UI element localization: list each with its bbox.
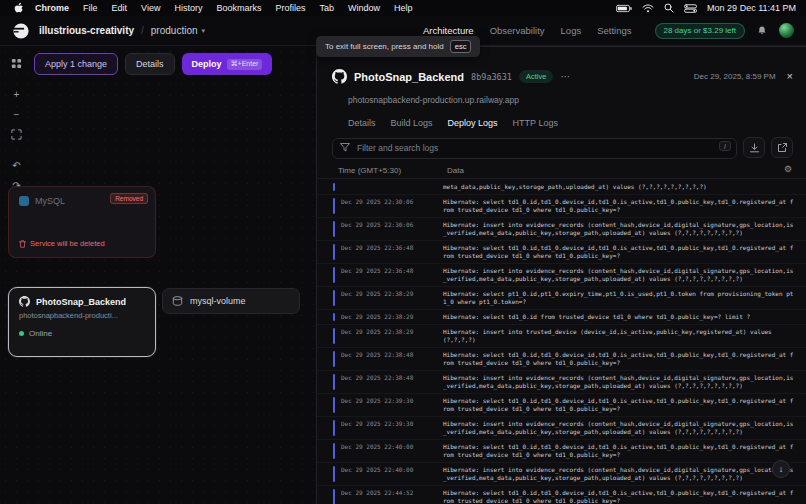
zoom-in-button[interactable]: + xyxy=(8,86,25,103)
menubar-item-help[interactable]: Help xyxy=(387,3,420,13)
log-row[interactable]: Dec 29 2025 22:40:00Hibernate: select td… xyxy=(317,440,806,463)
menubar-item-window[interactable]: Window xyxy=(341,3,387,13)
tab-build-logs[interactable]: Build Logs xyxy=(391,118,433,128)
log-row[interactable]: Dec 29 2025 22:39:30Hibernate: select td… xyxy=(317,394,806,417)
bell-icon[interactable] xyxy=(756,24,768,37)
breadcrumb-project[interactable]: illustrious-creativity xyxy=(39,25,134,36)
log-row[interactable]: Dec 29 2025 22:44:52Hibernate: select td… xyxy=(317,486,806,504)
deploy-button[interactable]: Deploy ⌘+Enter xyxy=(182,53,273,75)
apps-grid-icon[interactable] xyxy=(8,55,25,72)
tab-details[interactable]: Details xyxy=(348,118,376,128)
deployment-header: PhotoSnap_Backend 8b9a3631 Active ⋯ Dec … xyxy=(332,69,793,84)
fit-view-button[interactable] xyxy=(8,126,25,143)
log-message: Hibernate: select td1_0.id,td1_0.device_… xyxy=(443,489,794,504)
download-logs-button[interactable] xyxy=(743,137,765,158)
log-row[interactable]: Dec 29 2025 22:39:30Hibernate: insert in… xyxy=(317,417,806,440)
time-column-header: Time (GMT+5:30) xyxy=(338,166,401,175)
spotlight-search-icon[interactable] xyxy=(664,3,674,13)
log-severity-bar xyxy=(333,244,335,260)
backend-status-label: Online xyxy=(29,329,52,338)
log-severity-bar xyxy=(333,267,335,283)
log-row[interactable]: Dec 29 2025 22:38:48Hibernate: select td… xyxy=(317,348,806,371)
menubar-clock[interactable]: Mon 29 Dec 11:41 PM xyxy=(707,3,796,13)
log-row[interactable]: Dec 29 2025 22:36:48Hibernate: select td… xyxy=(317,241,806,264)
menubar-item-chrome[interactable]: Chrome xyxy=(28,3,76,13)
nav-observability[interactable]: Observability xyxy=(490,25,545,36)
log-row[interactable]: Dec 29 2025 22:36:48Hibernate: insert in… xyxy=(317,264,806,287)
log-message: Hibernate: select td1_0.id,td1_0.device_… xyxy=(443,198,794,214)
log-message: Hibernate: insert into trusted_device (d… xyxy=(443,328,794,344)
battery-icon[interactable] xyxy=(616,4,632,13)
open-external-button[interactable] xyxy=(771,137,793,158)
menubar-item-tab[interactable]: Tab xyxy=(312,3,341,13)
nav-settings[interactable]: Settings xyxy=(597,25,631,36)
menubar-item-profiles[interactable]: Profiles xyxy=(268,3,312,13)
details-button[interactable]: Details xyxy=(125,53,175,75)
data-column-header: Data xyxy=(447,166,464,175)
menubar-status-area: Mon 29 Dec 11:41 PM xyxy=(616,3,796,13)
fullscreen-toast: To exit full screen, press and hold esc xyxy=(316,36,480,57)
log-row[interactable]: Dec 29 2025 22:30:06Hibernate: insert in… xyxy=(317,218,806,241)
log-severity-bar xyxy=(333,198,335,214)
log-row[interactable]: Dec 29 2025 22:30:06Hibernate: select td… xyxy=(317,195,806,218)
log-severity-bar xyxy=(333,290,335,306)
undo-button[interactable]: ↶ xyxy=(8,157,25,174)
service-card-mysql[interactable]: MySQL Removed Service will be deleted xyxy=(8,186,156,258)
log-timestamp: Dec 29 2025 22:44:52 xyxy=(341,489,443,504)
deployment-url[interactable]: photosnapbackend-production.up.railway.a… xyxy=(348,95,519,105)
log-timestamp xyxy=(341,183,443,191)
menubar-item-bookmarks[interactable]: Bookmarks xyxy=(209,3,268,13)
nav-logs[interactable]: Logs xyxy=(561,25,582,36)
log-row[interactable]: Dec 29 2025 22:38:29Hibernate: select pt… xyxy=(317,287,806,310)
menubar-item-file[interactable]: File xyxy=(76,3,105,13)
scroll-to-bottom-button[interactable]: ↓ xyxy=(772,460,790,478)
backend-card-title: PhotoSnap_Backend xyxy=(36,297,126,307)
log-message: Hibernate: select td1_0.id,td1_0.device_… xyxy=(443,443,794,459)
more-options-icon[interactable]: ⋯ xyxy=(560,71,571,82)
toast-text: To exit full screen, press and hold xyxy=(325,42,444,51)
menubar-item-edit[interactable]: Edit xyxy=(105,3,135,13)
nav-architecture[interactable]: Architecture xyxy=(423,25,474,36)
log-message: Hibernate: insert into evidence_records … xyxy=(443,420,794,436)
zoom-out-button[interactable]: − xyxy=(8,106,25,123)
tab-http-logs[interactable]: HTTP Logs xyxy=(513,118,558,128)
log-settings-gear-icon[interactable]: ⚙ xyxy=(784,165,792,174)
menubar-item-history[interactable]: History xyxy=(167,3,209,13)
volume-card[interactable]: mysql-volume xyxy=(162,288,300,314)
user-avatar[interactable] xyxy=(779,23,794,38)
commit-hash[interactable]: 8b9a3631 xyxy=(471,72,512,82)
close-icon[interactable]: × xyxy=(787,71,793,82)
control-center-icon[interactable] xyxy=(684,4,697,13)
header-right: 28 days or $3.29 left xyxy=(655,23,795,39)
environment-selector[interactable]: production ▾ xyxy=(151,25,205,36)
log-timestamp: Dec 29 2025 22:39:30 xyxy=(341,397,443,413)
github-icon xyxy=(19,296,30,307)
log-timestamp: Dec 29 2025 22:30:06 xyxy=(341,198,443,214)
tab-deploy-logs[interactable]: Deploy Logs xyxy=(448,118,498,128)
railway-logo-icon[interactable] xyxy=(12,22,30,40)
deployment-timestamp: Dec 29, 2025, 8:59 PM xyxy=(694,72,776,81)
log-row[interactable]: Dec 29 2025 22:38:29Hibernate: insert in… xyxy=(317,325,806,348)
log-row[interactable]: Dec 29 2025 22:38:29Hibernate: select td… xyxy=(317,310,806,325)
log-timestamp: Dec 29 2025 22:40:00 xyxy=(341,466,443,482)
service-card-backend[interactable]: PhotoSnap_Backend photosnapbackend-produ… xyxy=(8,287,156,357)
wifi-icon[interactable] xyxy=(642,4,654,13)
volume-disk-icon xyxy=(172,296,183,306)
log-severity-bar xyxy=(333,374,335,390)
apply-changes-button[interactable]: Apply 1 change xyxy=(34,53,118,75)
log-timestamp: Dec 29 2025 22:38:48 xyxy=(341,374,443,390)
menubar-items: ChromeFileEditViewHistoryBookmarksProfil… xyxy=(28,3,420,13)
log-search-input[interactable] xyxy=(332,138,737,159)
log-timestamp: Dec 29 2025 22:38:48 xyxy=(341,351,443,367)
log-rows: meta_data,public_key,storage_path,upload… xyxy=(317,180,806,504)
log-row[interactable]: Dec 29 2025 22:38:48Hibernate: insert in… xyxy=(317,371,806,394)
log-row[interactable]: meta_data,public_key,storage_path,upload… xyxy=(317,180,806,195)
menubar-item-view[interactable]: View xyxy=(134,3,167,13)
project-canvas[interactable]: + − ↶ ↷ Apply 1 change Details Deploy ⌘+… xyxy=(0,46,316,504)
mysql-card-title: MySQL xyxy=(35,196,65,206)
status-badge: Active xyxy=(519,70,553,83)
log-severity-bar xyxy=(333,443,335,459)
apple-menu-icon[interactable] xyxy=(10,2,28,14)
trial-badge[interactable]: 28 days or $3.29 left xyxy=(655,23,746,39)
log-row[interactable]: Dec 29 2025 22:40:00Hibernate: insert in… xyxy=(317,463,806,486)
